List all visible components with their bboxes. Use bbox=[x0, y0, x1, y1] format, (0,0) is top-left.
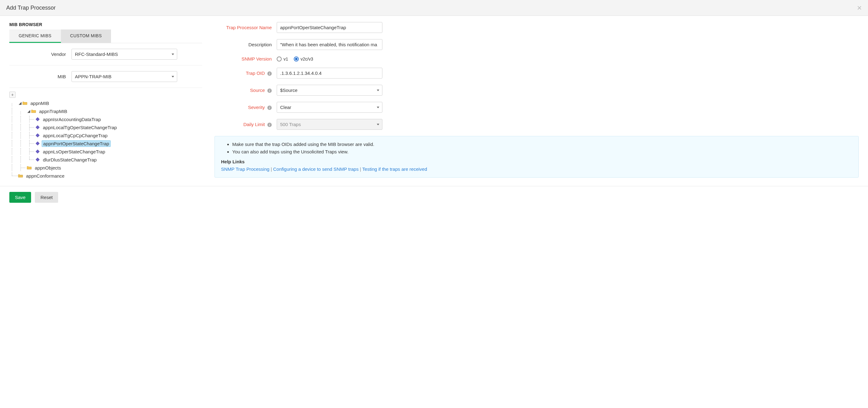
vendor-row: Vendor RFC-Standard-MIBS bbox=[9, 43, 202, 66]
tree-label[interactable]: appnObjects bbox=[34, 165, 62, 171]
tree-label[interactable]: appnPortOperStateChangeTrap bbox=[42, 140, 111, 147]
tab-custom-mibs[interactable]: CUSTOM MIBS bbox=[61, 30, 111, 43]
tree-label[interactable]: appnLocalTgCpCpChangeTrap bbox=[42, 133, 109, 138]
help-links: SNMP Trap Processing|Configuring a devic… bbox=[221, 166, 852, 173]
info-icon[interactable]: i bbox=[267, 106, 272, 110]
radio-v1[interactable]: v1 bbox=[277, 57, 288, 62]
expand-all-button[interactable]: + bbox=[9, 92, 16, 98]
trap-leaf-icon bbox=[35, 117, 40, 122]
info-icon[interactable]: i bbox=[267, 123, 272, 127]
name-label: Trap Processor Name bbox=[215, 25, 277, 30]
mib-row: MIB APPN-TRAP-MIB bbox=[9, 66, 202, 88]
trap-oid-input[interactable] bbox=[277, 68, 382, 78]
name-row: Trap Processor Name bbox=[215, 22, 859, 33]
tree-node-objects[interactable]: appnObjects bbox=[9, 164, 202, 172]
svg-marker-4 bbox=[36, 150, 39, 154]
trap-leaf-icon bbox=[35, 149, 40, 154]
info-icon[interactable]: i bbox=[267, 89, 272, 93]
radio-icon bbox=[277, 57, 282, 62]
tree-leaf[interactable]: appnLocalTgCpCpChangeTrap bbox=[9, 131, 202, 139]
trap-oid-label: Trap OID i bbox=[215, 70, 277, 76]
trap-form-panel: Trap Processor Name Description SNMP Ver… bbox=[215, 22, 859, 180]
mib-select[interactable]: APPN-TRAP-MIB bbox=[71, 71, 177, 82]
folder-icon bbox=[22, 101, 27, 105]
radio-label: v1 bbox=[283, 57, 288, 62]
modal-title: Add Trap Processor bbox=[6, 5, 56, 11]
daily-limit-label: Daily Limit i bbox=[215, 122, 277, 127]
tree-leaf-selected[interactable]: appnPortOperStateChangeTrap bbox=[9, 139, 202, 147]
mib-tree: + ◢ appnMIB ◢ bbox=[9, 88, 202, 180]
severity-label: Severity i bbox=[215, 105, 277, 110]
daily-limit-row: Daily Limit i 500 Traps bbox=[215, 119, 859, 130]
link-configure-device[interactable]: Configuring a device to send SNMP traps bbox=[273, 166, 359, 172]
tree-node-trap-mib[interactable]: ◢ appnTrapMIB bbox=[9, 107, 202, 115]
tree-leaf[interactable]: dlurDlusStateChangeTrap bbox=[9, 156, 202, 164]
trap-leaf-icon bbox=[35, 125, 40, 130]
tab-generic-mibs[interactable]: GENERIC MIBS bbox=[9, 30, 61, 43]
description-row: Description bbox=[215, 39, 859, 50]
save-button[interactable]: Save bbox=[9, 192, 31, 203]
folder-icon bbox=[27, 166, 32, 170]
severity-select[interactable]: Clear bbox=[277, 102, 382, 113]
modal-footer: Save Reset bbox=[0, 186, 868, 208]
tree-node-conformance[interactable]: appnConformance bbox=[9, 172, 202, 180]
source-select[interactable]: $Source bbox=[277, 85, 382, 96]
folder-icon bbox=[31, 109, 36, 113]
tree-label[interactable]: appnTrapMIB bbox=[38, 108, 68, 114]
info-bullet: You can also add traps using the Unsolic… bbox=[232, 148, 852, 156]
snmp-version-label: SNMP Version bbox=[215, 56, 277, 62]
mib-tabs: GENERIC MIBS CUSTOM MIBS bbox=[9, 30, 202, 43]
svg-marker-1 bbox=[36, 126, 39, 129]
tree-leaf[interactable]: appnLocalTgOperStateChangeTrap bbox=[9, 123, 202, 131]
tree-node-root[interactable]: ◢ appnMIB bbox=[9, 99, 202, 107]
vendor-select[interactable]: RFC-Standard-MIBS bbox=[71, 49, 177, 60]
trap-oid-row: Trap OID i bbox=[215, 68, 859, 78]
tree-leaf[interactable]: appnIsrAccountingDataTrap bbox=[9, 115, 202, 123]
info-bullet: Make sure that the trap OIDs added using… bbox=[232, 141, 852, 148]
modal-header: Add Trap Processor × bbox=[0, 0, 868, 16]
description-input[interactable] bbox=[277, 39, 382, 50]
trap-leaf-icon bbox=[35, 133, 40, 138]
tree-toggle-icon[interactable]: ◢ bbox=[27, 109, 30, 113]
link-testing-traps[interactable]: Testing if the traps are received bbox=[362, 166, 427, 172]
svg-marker-5 bbox=[36, 158, 39, 162]
severity-row: Severity i Clear bbox=[215, 102, 859, 113]
radio-icon bbox=[294, 57, 299, 62]
svg-marker-3 bbox=[36, 142, 39, 145]
daily-limit-select[interactable]: 500 Traps bbox=[277, 119, 382, 130]
snmp-version-row: SNMP Version v1 v2c/v3 bbox=[215, 56, 859, 62]
source-label: Source i bbox=[215, 88, 277, 93]
mib-browser-heading: MIB BROWSER bbox=[9, 22, 202, 27]
info-icon[interactable]: i bbox=[267, 71, 272, 76]
modal-body: MIB BROWSER GENERIC MIBS CUSTOM MIBS Ven… bbox=[0, 16, 868, 186]
tree-label[interactable]: dlurDlusStateChangeTrap bbox=[42, 157, 98, 163]
tree-label[interactable]: appnIsrAccountingDataTrap bbox=[42, 116, 102, 122]
name-input[interactable] bbox=[277, 22, 382, 33]
tree-leaf[interactable]: appnLsOperStateChangeTrap bbox=[9, 147, 202, 156]
svg-marker-0 bbox=[36, 117, 39, 121]
tree-label[interactable]: appnMIB bbox=[29, 100, 50, 106]
close-icon[interactable]: × bbox=[857, 4, 862, 12]
link-snmp-trap-processing[interactable]: SNMP Trap Processing bbox=[221, 166, 270, 172]
tree-label[interactable]: appnLsOperStateChangeTrap bbox=[42, 149, 106, 155]
vendor-label: Vendor bbox=[9, 52, 71, 57]
info-box: Make sure that the trap OIDs added using… bbox=[215, 136, 859, 178]
tree-toggle-icon[interactable]: ◢ bbox=[18, 101, 22, 105]
source-row: Source i $Source bbox=[215, 85, 859, 96]
radio-v2c-v3[interactable]: v2c/v3 bbox=[294, 57, 313, 62]
tree-label[interactable]: appnConformance bbox=[25, 173, 66, 179]
mib-browser-panel: MIB BROWSER GENERIC MIBS CUSTOM MIBS Ven… bbox=[9, 22, 202, 180]
reset-button[interactable]: Reset bbox=[35, 192, 58, 203]
trap-leaf-icon bbox=[35, 158, 40, 162]
help-links-heading: Help Links bbox=[221, 158, 852, 166]
radio-label: v2c/v3 bbox=[301, 57, 313, 62]
tree-label[interactable]: appnLocalTgOperStateChangeTrap bbox=[42, 125, 118, 130]
description-label: Description bbox=[215, 42, 277, 47]
svg-marker-2 bbox=[36, 134, 39, 137]
trap-leaf-icon bbox=[35, 141, 40, 146]
mib-label: MIB bbox=[9, 74, 71, 79]
